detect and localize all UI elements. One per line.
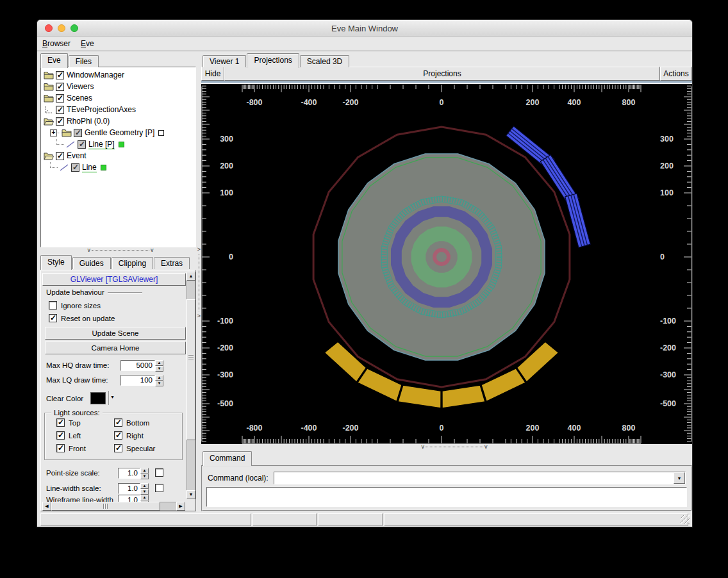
light-source-front[interactable]: Front [56,444,86,452]
spin-up-icon[interactable]: ▲ [140,483,149,489]
title-bar[interactable]: Eve Main Window [37,20,692,37]
tree-checkbox[interactable] [74,129,82,137]
tree-item-gentle-geometry-p[interactable]: +Gentle Geometry [P] [41,127,195,138]
hide-button[interactable]: Hide [201,67,224,81]
light-source-specular[interactable]: Specular [114,444,155,452]
reset-on-update-checkbox[interactable] [49,314,57,322]
status-cell-1 [40,513,251,526]
tree-item-windowmanager[interactable]: WindowManager [41,69,195,81]
light-source-right[interactable]: Right [114,431,144,440]
max-hq-draw-time-spinner[interactable]: ▲▼ [155,360,163,371]
combo-dropdown-button[interactable]: ▼ [674,472,685,484]
point-size-scale-extra-checkbox[interactable] [155,468,163,477]
point-size-scale-field[interactable]: 1.0 [118,468,140,479]
scene-tree[interactable]: WindowManagerViewersScenesTEveProjection… [40,67,196,247]
spin-down-icon[interactable]: ▼ [140,474,149,479]
ignore-sizes-checkbox[interactable] [49,301,57,310]
menu-item-eve[interactable]: Eve [76,37,99,51]
tree-checkbox[interactable] [78,140,86,149]
light-source-bottom[interactable]: Bottom [114,418,149,427]
max-lq-draw-time-spinner[interactable]: ▲▼ [155,375,163,386]
expander-plus-icon[interactable]: + [50,129,57,136]
spin-up-icon[interactable]: ▲ [155,375,163,381]
splitter-chevron-icon: v [151,247,154,253]
light-source-top[interactable]: Top [56,418,81,427]
scrollbar-thumb[interactable] [186,299,195,440]
resize-grip-icon[interactable] [681,515,690,524]
light-source-left[interactable]: Left [56,431,81,440]
command-combobox[interactable]: ▼ [274,472,686,484]
spin-up-icon[interactable]: ▲ [155,360,163,366]
top-checkbox[interactable] [56,418,65,427]
tree-checkbox[interactable] [56,71,64,79]
svg-text:-200: -200 [342,98,358,107]
bottom-checkbox[interactable] [114,418,122,427]
actions-button[interactable]: Actions [660,67,692,81]
max-lq-draw-time-field[interactable]: 100 [120,375,155,386]
spin-down-icon[interactable]: ▼ [155,366,163,372]
tree-checkbox[interactable] [56,152,64,160]
main-window: Eve Main Window BrowserEve EveFiles Wind… [37,19,693,527]
line-width-scale-spinner[interactable]: ▲▼ [140,483,149,494]
scroll-up-icon[interactable]: ▲ [186,272,195,281]
line-width-scale-extra-checkbox[interactable] [155,484,163,492]
svg-text:300: 300 [660,135,674,144]
camera-home-button[interactable]: Camera Home [45,342,186,354]
scrollbar-thumb[interactable] [51,502,160,511]
tree-checkbox[interactable] [56,94,64,103]
max-hq-draw-time-field[interactable]: 5000 [120,360,155,371]
tree-item-rhophi-0-0[interactable]: RhoPhi (0.0) [41,115,195,127]
tab-scaled-3d[interactable]: Scaled 3D [300,55,349,67]
svg-text:300: 300 [220,135,233,144]
tree-item-viewers[interactable]: Viewers [41,81,195,92]
tab-command[interactable]: Command [203,451,252,466]
line-width-scale-field[interactable]: 1.0 [118,483,140,494]
spin-up-icon[interactable]: ▲ [140,495,149,500]
tab-projections[interactable]: Projections [247,53,299,68]
tab-clipping[interactable]: Clipping [112,257,153,269]
spin-down-icon[interactable]: ▼ [140,489,149,495]
thumb-grip [103,504,104,509]
scroll-right-icon[interactable]: ▶ [176,502,185,511]
projection-viewport[interactable]: -800-800-400-400-200-2000020020040040080… [201,84,692,444]
front-checkbox[interactable] [56,444,65,452]
tree-item-label: WindowManager [67,70,124,79]
spin-down-icon[interactable]: ▼ [155,381,163,386]
tree-item-teveprojectionaxes[interactable]: TEveProjectionAxes [41,104,195,115]
line-icon [59,163,69,172]
horizontal-splitter[interactable]: vv [53,247,188,253]
tree-checkbox[interactable] [56,83,64,91]
scroll-left-icon[interactable]: ◀ [42,502,51,511]
tab-extras[interactable]: Extras [154,257,190,269]
left-checkbox[interactable] [56,431,65,440]
checkbox-row-ignore-sizes[interactable]: Ignore sizes [49,301,101,310]
tree-item-scenes[interactable]: Scenes [41,92,195,104]
tree-checkbox[interactable] [56,117,64,126]
spin-up-icon[interactable]: ▲ [140,468,149,474]
specular-checkbox[interactable] [114,444,122,452]
tab-style[interactable]: Style [40,255,72,270]
color-dropdown-icon[interactable]: ▼ [110,395,115,399]
tree-item-event[interactable]: Event [41,150,195,161]
horizontal-splitter[interactable]: vv [419,443,490,450]
tree-checkbox[interactable] [56,106,64,114]
tree-checkbox[interactable] [71,163,79,172]
command-input[interactable] [275,473,673,483]
menu-item-browser[interactable]: Browser [37,37,76,51]
splitter-chevron-icon: v [88,247,91,253]
checkbox-row-reset-on-update[interactable]: Reset on update [49,314,115,322]
tab-files[interactable]: Files [69,55,99,67]
tree-item-line-p[interactable]: Line [P] [41,138,195,150]
tab-eve[interactable]: Eve [40,53,68,68]
tab-viewer-1[interactable]: Viewer 1 [203,55,246,67]
update-scene-button[interactable]: Update Scene [45,327,186,340]
glviewer-button[interactable]: GLViewer [TGLSAViewer] [42,273,186,286]
tab-guides[interactable]: Guides [72,257,111,269]
command-output[interactable] [206,487,687,507]
right-checkbox[interactable] [114,431,122,440]
vertical-splitter[interactable]: >> [197,53,201,511]
clear-color-swatch[interactable] [90,392,106,404]
tree-item-line[interactable]: Line [41,161,195,173]
scroll-down-icon[interactable]: ▼ [186,490,195,499]
point-size-scale-spinner[interactable]: ▲▼ [140,468,149,479]
